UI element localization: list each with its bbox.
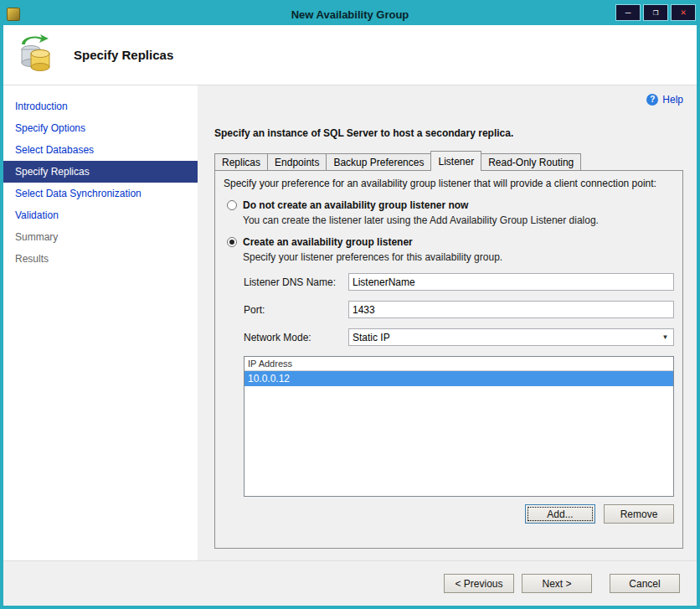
- sidebar-item-specify-replicas[interactable]: Specify Replicas: [3, 161, 198, 183]
- maximize-button[interactable]: ❐: [643, 4, 668, 21]
- radio-create-listener-icon[interactable]: [227, 237, 237, 247]
- sidebar-item-select-data-synchronization[interactable]: Select Data Synchronization: [3, 183, 198, 204]
- help-icon: ?: [646, 94, 658, 106]
- close-button[interactable]: ✕: [671, 4, 696, 21]
- sidebar-item-results: Results: [3, 248, 198, 270]
- tab-endpoints[interactable]: Endpoints: [267, 153, 327, 170]
- instruction-text: Specify an instance of SQL Server to hos…: [214, 127, 683, 139]
- help-label: Help: [662, 94, 683, 106]
- add-button[interactable]: Add...: [525, 504, 595, 524]
- dns-name-input[interactable]: [348, 273, 674, 291]
- main-pane: ? Help Specify an instance of SQL Server…: [198, 85, 697, 560]
- sidebar-item-select-databases[interactable]: Select Databases: [3, 139, 198, 161]
- tab-replicas[interactable]: Replicas: [214, 153, 268, 170]
- wizard-footer: < Previous Next > Cancel: [3, 560, 697, 606]
- radio-option-no-listener[interactable]: Do not create an availability group list…: [227, 199, 674, 211]
- radio-no-listener-label: Do not create an availability group list…: [243, 199, 468, 211]
- cancel-button[interactable]: Cancel: [610, 574, 680, 593]
- radio-create-listener-label: Create an availability group listener: [243, 236, 413, 248]
- next-button[interactable]: Next >: [522, 574, 592, 593]
- tab-backup-preferences[interactable]: Backup Preferences: [326, 153, 431, 170]
- tab-read-only-routing[interactable]: Read-Only Routing: [481, 153, 581, 170]
- listener-intro-text: Specify your preference for an availabil…: [224, 178, 674, 189]
- page-title: Specify Replicas: [74, 48, 173, 62]
- network-mode-label: Network Mode:: [244, 332, 348, 343]
- wizard-steps-sidebar: Introduction Specify Options Select Data…: [3, 85, 198, 560]
- network-mode-select[interactable]: Static IP ▼: [348, 328, 674, 346]
- chevron-down-icon: ▼: [658, 330, 672, 344]
- radio-no-listener-icon[interactable]: [227, 200, 237, 210]
- window-controls: — ❐ ✕: [615, 4, 696, 21]
- sidebar-item-summary: Summary: [3, 226, 198, 248]
- radio-create-listener-desc: Specify your listener preferences for th…: [243, 251, 674, 263]
- sidebar-item-validation[interactable]: Validation: [3, 204, 198, 226]
- tab-listener[interactable]: Listener: [430, 151, 481, 171]
- port-input[interactable]: [348, 301, 674, 318]
- wizard-header: Specify Replicas: [3, 25, 697, 85]
- help-link[interactable]: ? Help: [206, 92, 683, 107]
- ip-address-list[interactable]: IP Address 10.0.0.12: [244, 356, 674, 497]
- radio-no-listener-desc: You can create the listener later using …: [243, 214, 674, 226]
- minimize-button[interactable]: —: [615, 4, 641, 21]
- remove-button[interactable]: Remove: [604, 504, 674, 524]
- database-replica-icon: [15, 33, 57, 78]
- listener-tab-panel: Specify your preference for an availabil…: [214, 170, 683, 549]
- sidebar-item-introduction[interactable]: Introduction: [3, 95, 198, 117]
- previous-button[interactable]: < Previous: [444, 574, 514, 593]
- ip-list-item[interactable]: 10.0.0.12: [244, 371, 673, 386]
- port-label: Port:: [244, 304, 348, 316]
- radio-option-create-listener[interactable]: Create an availability group listener: [227, 236, 674, 248]
- dns-name-label: Listener DNS Name:: [244, 276, 348, 288]
- network-mode-value: Static IP: [353, 332, 390, 343]
- title-bar[interactable]: New Availability Group — ❐ ✕: [3, 3, 697, 25]
- window-title: New Availability Group: [3, 8, 697, 21]
- app-icon: [7, 8, 20, 21]
- new-availability-group-dialog: New Availability Group — ❐ ✕ Specify Rep…: [0, 0, 700, 609]
- sidebar-item-specify-options[interactable]: Specify Options: [3, 117, 198, 139]
- tab-strip: Replicas Endpoints Backup Preferences Li…: [214, 151, 683, 170]
- ip-list-column-header: IP Address: [244, 357, 673, 371]
